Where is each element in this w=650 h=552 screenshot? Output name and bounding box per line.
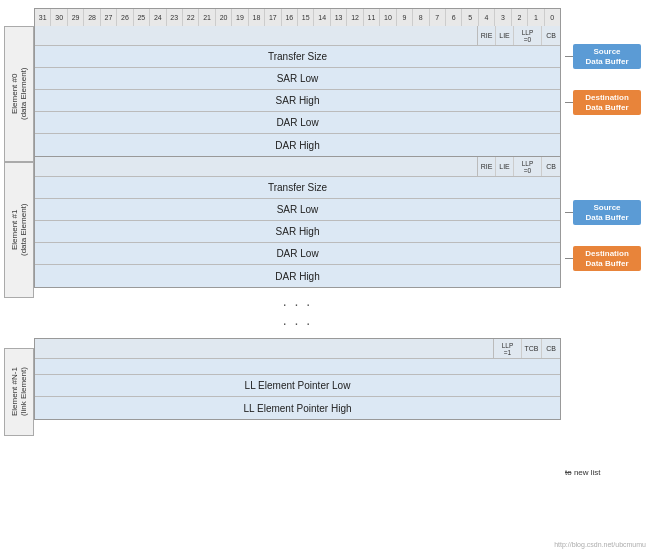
bit-3: 3 [495, 9, 511, 26]
bit-19: 19 [232, 9, 248, 26]
dots-section: · · · · · · [34, 288, 561, 338]
bit-8: 8 [413, 9, 429, 26]
bit-header: 31 30 29 28 27 26 25 24 23 22 21 20 19 1… [34, 8, 561, 26]
element0-sar-high: SAR High [35, 90, 560, 112]
element0-block: RIE LIE LLP=0 CB Transfer Size SAR Low S… [34, 26, 561, 157]
bit-21: 21 [199, 9, 215, 26]
bit-28: 28 [84, 9, 100, 26]
element0-source-box: SourceData Buffer [573, 44, 641, 69]
element1-dar-high: DAR High [35, 265, 560, 287]
element1-source-box: SourceData Buffer [573, 200, 641, 225]
element1-block: RIE LIE LLP=0 CB Transfer Size SAR Low S… [34, 157, 561, 288]
llp-bit-N: LLP=1 [494, 339, 522, 358]
bit-27: 27 [101, 9, 117, 26]
bit-26: 26 [117, 9, 133, 26]
element1-reg-row: RIE LIE LLP=0 CB [35, 157, 560, 177]
element0-source-annotation: SourceData Buffer [565, 44, 641, 69]
bit-5: 5 [462, 9, 478, 26]
dots: · · · · · · [283, 296, 312, 331]
llp-bit-1: LLP=0 [514, 157, 542, 176]
rie-bit-1: RIE [478, 157, 496, 176]
to-new-list-annotation: to new list [565, 472, 571, 473]
bit-29: 29 [68, 9, 84, 26]
element1-sar-low: SAR Low [35, 199, 560, 221]
element1-dest-annotation: DestinationData Buffer [565, 246, 641, 271]
to-new-list-text: to new list [565, 468, 601, 477]
bit-10: 10 [380, 9, 396, 26]
element1-sar-high: SAR High [35, 221, 560, 243]
left-labels: Element #0(data Element) Element #1(data… [4, 8, 34, 548]
bit-14: 14 [314, 9, 330, 26]
bit-16: 16 [282, 9, 298, 26]
bit-30: 30 [51, 9, 67, 26]
bit-25: 25 [134, 9, 150, 26]
element0-label: Element #0(data Element) [4, 26, 34, 162]
bit-15: 15 [298, 9, 314, 26]
element0-dar-high: DAR High [35, 134, 560, 156]
bit-24: 24 [150, 9, 166, 26]
bit-12: 12 [347, 9, 363, 26]
watermark: http://blog.csdn.net/ubcmumu [554, 541, 646, 548]
element1-dar-low: DAR Low [35, 243, 560, 265]
bit-13: 13 [331, 9, 347, 26]
bit-17: 17 [265, 9, 281, 26]
elementN-ll-pointer-high: LL Element Pointer High [35, 397, 560, 419]
bit-0: 0 [545, 9, 560, 26]
element0-transfer-size: Transfer Size [35, 46, 560, 68]
bit-11: 11 [364, 9, 380, 26]
elementN-label: Element #N-1(link Element) [4, 348, 34, 436]
bit-2: 2 [512, 9, 528, 26]
lie-bit-1: LIE [496, 157, 514, 176]
element1-dest-box: DestinationData Buffer [573, 246, 641, 271]
rie-bit-0: RIE [478, 26, 496, 45]
bit-1: 1 [528, 9, 544, 26]
lie-bit-0: LIE [496, 26, 514, 45]
bit-31: 31 [35, 9, 51, 26]
bit-4: 4 [479, 9, 495, 26]
elementN-reg-row: LLP=1 TCB CB [35, 339, 560, 359]
tcb-bit-N: TCB [522, 339, 542, 358]
bit-23: 23 [167, 9, 183, 26]
cb-bit-1: CB [542, 157, 560, 176]
cb-bit-N: CB [542, 339, 560, 358]
elementN-row-empty [35, 359, 560, 375]
element0-sar-low: SAR Low [35, 68, 560, 90]
bit-22: 22 [183, 9, 199, 26]
elementN-block: LLP=1 TCB CB LL Element Pointer Low LL E… [34, 338, 561, 420]
elementN-ll-pointer-low: LL Element Pointer Low [35, 375, 560, 397]
element1-transfer-size: Transfer Size [35, 177, 560, 199]
element0-dar-low: DAR Low [35, 112, 560, 134]
diagram-area: 31 30 29 28 27 26 25 24 23 22 21 20 19 1… [34, 8, 561, 548]
element1-label: Element #1(data Element) [4, 162, 34, 298]
llp-bit-0: LLP=0 [514, 26, 542, 45]
element0-reg-row: RIE LIE LLP=0 CB [35, 26, 560, 46]
bit-7: 7 [430, 9, 446, 26]
cb-bit-0: CB [542, 26, 560, 45]
bit-6: 6 [446, 9, 462, 26]
bit-18: 18 [249, 9, 265, 26]
element1-source-annotation: SourceData Buffer [565, 200, 641, 225]
main-container: Element #0(data Element) Element #1(data… [0, 0, 650, 552]
element0-dest-box: DestinationData Buffer [573, 90, 641, 115]
bit-20: 20 [216, 9, 232, 26]
right-annotations: SourceData Buffer DestinationData Buffer… [561, 8, 646, 548]
element0-dest-annotation: DestinationData Buffer [565, 90, 641, 115]
bit-9: 9 [397, 9, 413, 26]
